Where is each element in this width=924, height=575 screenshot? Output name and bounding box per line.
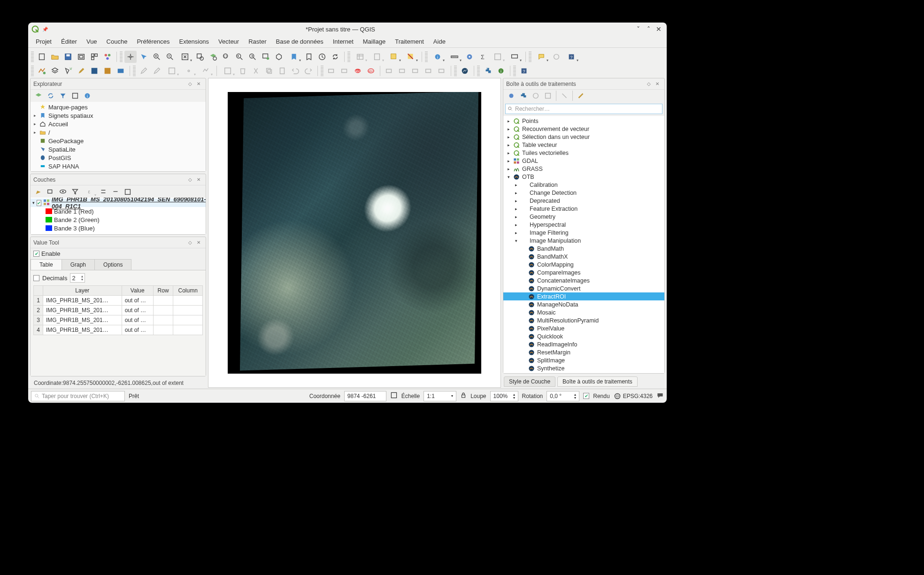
toolbox-search[interactable]: Rechercher… xyxy=(505,104,662,114)
properties-browser-icon[interactable]: i xyxy=(81,90,93,102)
menu-base de données[interactable]: Base de données xyxy=(271,37,328,46)
toolbox-item[interactable]: TileFusion xyxy=(503,372,664,373)
open-table-icon[interactable] xyxy=(352,51,368,63)
toolbox-item[interactable]: ▸Sélection dans un vecteur xyxy=(503,133,664,141)
select-features-icon[interactable] xyxy=(386,51,402,63)
new-gpkg-icon[interactable] xyxy=(101,65,114,77)
tab-processing-toolbox[interactable]: Boîte à outils de traitements xyxy=(557,376,638,387)
menu-aide[interactable]: Aide xyxy=(429,37,450,46)
tab-options[interactable]: Options xyxy=(94,259,131,270)
lock-icon[interactable] xyxy=(460,392,467,400)
menu-vecteur[interactable]: Vecteur xyxy=(214,37,244,46)
print-layout-icon[interactable] xyxy=(75,51,87,63)
annotation-icon[interactable] xyxy=(533,51,549,63)
toolbox-item[interactable]: ▸GDAL xyxy=(503,157,664,165)
explorer-item[interactable]: MSSQL xyxy=(31,170,206,171)
monteverdi-icon[interactable] xyxy=(459,65,471,77)
table-row[interactable]: 3IMG_PHR1B_MS_201…out of … xyxy=(34,315,203,325)
toolbox-item[interactable]: ▸Deprecated xyxy=(503,197,664,205)
zoom-last-icon[interactable] xyxy=(233,51,246,63)
label-change-icon[interactable] xyxy=(436,65,448,77)
explorer-tree[interactable]: Marque-pagesSignets spatiauxAccueil/GeoP… xyxy=(31,102,206,171)
label-layer-icon[interactable] xyxy=(325,65,338,77)
toolbox-item[interactable]: ▸Feature Extraction xyxy=(503,205,664,213)
panel-close-icon[interactable]: ✕ xyxy=(194,80,203,88)
filter-legend-icon[interactable] xyxy=(69,185,81,198)
table-row[interactable]: 2IMG_PHR1B_MS_201…out of … xyxy=(34,306,203,315)
explorer-item[interactable]: PostGIS xyxy=(31,153,206,162)
deselect-icon[interactable] xyxy=(403,51,419,63)
show-tooltips-icon[interactable] xyxy=(507,51,523,63)
toolbox-item[interactable]: ConcatenateImages xyxy=(503,276,664,284)
explorer-item[interactable]: SAP HANA xyxy=(31,162,206,170)
expression-filter-icon[interactable]: ε xyxy=(81,185,97,198)
add-vector-icon[interactable] xyxy=(36,65,48,77)
zoom-full-icon[interactable] xyxy=(177,51,193,63)
locator-input[interactable]: Taper pour trouver (Ctrl+K) xyxy=(31,391,125,401)
label-hide-icon[interactable]: abc xyxy=(365,65,377,77)
panel-float-icon[interactable]: ◇ xyxy=(645,80,653,88)
toolbox-item[interactable]: ▸Change Detection xyxy=(503,189,664,197)
layer-band[interactable]: Bande 2 (Green) xyxy=(31,215,206,224)
field-calc-icon[interactable] xyxy=(369,51,385,63)
collapse-browser-icon[interactable] xyxy=(69,90,81,102)
toolbox-python-icon[interactable] xyxy=(517,90,530,102)
refresh-icon[interactable] xyxy=(329,51,341,63)
menu-internet[interactable]: Internet xyxy=(328,37,358,46)
edit-icon[interactable] xyxy=(75,65,87,77)
save-project-icon[interactable] xyxy=(62,51,74,63)
toolbox-item[interactable]: ▸Table vecteur xyxy=(503,141,664,149)
new-virtual-icon[interactable] xyxy=(115,65,127,77)
menu-éditer[interactable]: Éditer xyxy=(56,37,82,46)
zoom-out-icon[interactable] xyxy=(164,51,176,63)
toolbox-item[interactable]: Quicklook xyxy=(503,332,664,340)
new-vector-icon[interactable]: V xyxy=(62,65,74,77)
zoom-layer-icon[interactable] xyxy=(207,51,219,63)
minimize-button[interactable]: ˅ xyxy=(633,25,643,33)
toolbox-item[interactable]: ResetMargin xyxy=(503,348,664,356)
toolbox-item[interactable]: ▸Points xyxy=(503,117,664,125)
vertex-tool-icon[interactable] xyxy=(220,65,236,77)
toolbox-item[interactable]: ManageNoData xyxy=(503,300,664,308)
toolbox-edit-icon[interactable] xyxy=(558,90,570,102)
toolbox-history-icon[interactable] xyxy=(530,90,542,102)
zoom-next-icon[interactable] xyxy=(246,51,259,63)
toolbox-item[interactable]: SplitImage xyxy=(503,356,664,364)
toolbox-options-icon[interactable] xyxy=(575,90,587,102)
label-move-icon[interactable] xyxy=(409,65,422,77)
toolbox-item[interactable]: PixelValue xyxy=(503,324,664,332)
panel-float-icon[interactable]: ◇ xyxy=(186,176,194,184)
panel-close-icon[interactable]: ✕ xyxy=(653,80,662,88)
toolbox-item[interactable]: ▸Hyperspectral xyxy=(503,221,664,229)
explorer-item[interactable]: SpatiaLite xyxy=(31,145,206,153)
pan-icon[interactable] xyxy=(124,51,137,63)
layer-row[interactable]: ▾ IMG_PHR1B_MS_201308051042194_SEN_69090… xyxy=(31,199,206,207)
tab-table[interactable]: Table xyxy=(31,259,62,270)
label-show-icon[interactable] xyxy=(396,65,408,77)
style-dock-icon[interactable] xyxy=(32,185,45,198)
toolbox-icon[interactable] xyxy=(463,51,476,63)
zoom-in-icon[interactable] xyxy=(151,51,163,63)
toolbox-item[interactable]: BandMath xyxy=(503,245,664,253)
python-console-icon[interactable] xyxy=(482,65,494,77)
explorer-item[interactable]: Marque-pages xyxy=(31,103,206,111)
explorer-item[interactable]: Accueil xyxy=(31,120,206,128)
menu-couche[interactable]: Couche xyxy=(102,37,132,46)
toolbox-item[interactable]: ▾Image Manipulation xyxy=(503,237,664,245)
add-group-layers-icon[interactable] xyxy=(45,185,57,198)
toolbox-item[interactable]: ColorMapping xyxy=(503,261,664,268)
toolbox-results-icon[interactable] xyxy=(542,90,554,102)
toolbox-item[interactable]: ▾OTB xyxy=(503,173,664,181)
enable-checkbox[interactable] xyxy=(33,251,39,257)
measure-icon[interactable] xyxy=(447,51,462,63)
add-group-icon[interactable] xyxy=(49,65,61,77)
menu-vue[interactable]: Vue xyxy=(82,37,102,46)
label-rotate-icon[interactable] xyxy=(423,65,435,77)
explorer-item[interactable]: GeoPackage xyxy=(31,137,206,145)
zoom-native-icon[interactable]: 1:1 xyxy=(220,51,232,63)
coord-field[interactable]: 9874 -6261 xyxy=(344,391,386,401)
remove-layer-icon[interactable] xyxy=(122,185,134,198)
expand-all-icon[interactable] xyxy=(97,185,109,198)
extents-icon[interactable] xyxy=(390,391,398,400)
label-pin-icon[interactable] xyxy=(383,65,395,77)
